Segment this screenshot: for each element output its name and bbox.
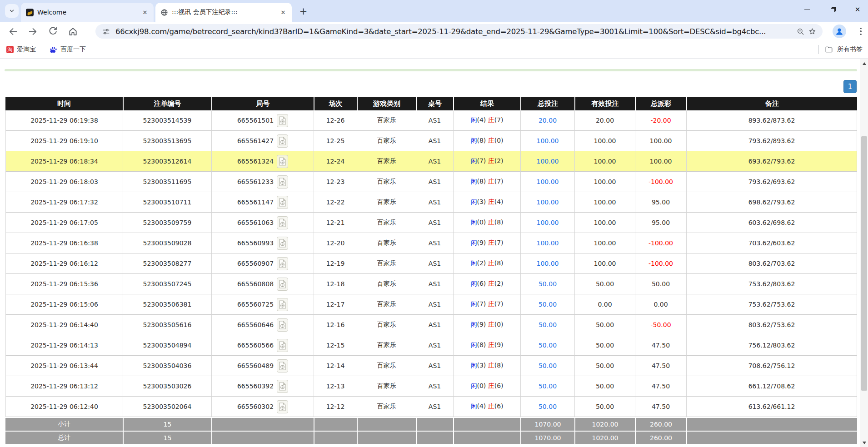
video-replay-button[interactable] (277, 359, 288, 372)
video-replay-button[interactable] (277, 196, 288, 209)
total-bet-cell[interactable]: 100.00 (520, 131, 574, 151)
time-cell: 2025-11-29 06:18:34 (5, 151, 123, 172)
result-cell: 闲(9) 庄(0) (453, 315, 520, 335)
profile-avatar-icon[interactable] (833, 25, 846, 38)
total-bet-cell[interactable]: 100.00 (520, 233, 574, 253)
search-panel-edge (5, 69, 857, 71)
scroll-up-icon[interactable] (860, 60, 868, 67)
total-bet-cell[interactable]: 100.00 (520, 253, 574, 274)
totals-valid-bet: 1020.00 (574, 431, 635, 444)
zoom-out-icon[interactable] (794, 25, 806, 37)
video-replay-button[interactable] (277, 400, 288, 413)
video-replay-button[interactable] (277, 298, 288, 311)
time-cell: 2025-11-29 06:17:05 (5, 213, 123, 233)
result-cell: 闲(0) 庄(6) (453, 376, 520, 397)
total-bet-cell[interactable]: 50.00 (520, 274, 574, 294)
globe-icon (160, 8, 168, 16)
window-restore-button[interactable] (823, 2, 843, 17)
table-row[interactable]: 2025-11-29 06:16:38523003509028665560993… (5, 233, 857, 253)
round-cell: 665561063 (211, 213, 314, 233)
total-bet-cell[interactable]: 100.00 (520, 172, 574, 192)
video-replay-button[interactable] (277, 257, 288, 270)
restore-icon (831, 7, 836, 12)
total-bet-cell[interactable]: 50.00 (520, 315, 574, 335)
all-bookmarks-button[interactable]: 所有书签 (837, 45, 863, 54)
tune-icon[interactable] (100, 25, 112, 37)
window-minimize-button[interactable] (797, 2, 818, 17)
video-replay-button[interactable] (277, 278, 288, 291)
total-bet-cell[interactable]: 50.00 (520, 397, 574, 417)
video-replay-button[interactable] (277, 380, 288, 393)
reload-icon (48, 26, 58, 37)
baidu-paw-icon (50, 46, 57, 53)
table-row[interactable]: 2025-11-29 06:17:05523003509759665561063… (5, 213, 857, 233)
game-type-cell: 百家乐 (357, 151, 416, 172)
home-button[interactable] (65, 24, 81, 39)
game-type-cell: 百家乐 (357, 294, 416, 315)
total-bet-cell[interactable]: 50.00 (520, 356, 574, 376)
table-row[interactable]: 2025-11-29 06:15:36523003507245665560808… (5, 274, 857, 294)
vertical-scrollbar[interactable] (860, 59, 868, 447)
column-header: 总投注 (520, 97, 574, 110)
close-icon[interactable]: ✕ (279, 8, 287, 16)
table-row[interactable]: 2025-11-29 06:14:40523003505616665560646… (5, 315, 857, 335)
tab-search-button[interactable] (5, 4, 19, 18)
time-cell: 2025-11-29 06:13:12 (5, 376, 123, 397)
table-row[interactable]: 2025-11-29 06:18:03523003511695665561233… (5, 172, 857, 192)
table-row[interactable]: 2025-11-29 06:16:12523003508277665560907… (5, 253, 857, 274)
new-tab-button[interactable]: + (297, 5, 309, 17)
url-text[interactable]: 66cxkj98.com/game/betrecord_search/kind3… (115, 27, 794, 36)
scrollbar-thumb[interactable] (861, 136, 867, 391)
total-bet-cell[interactable]: 100.00 (520, 151, 574, 172)
table-row[interactable]: 2025-11-29 06:15:06523003506381665560725… (5, 294, 857, 315)
forward-button[interactable] (25, 24, 41, 39)
banker-result: 庄 (488, 178, 494, 185)
pagination-page-1-button[interactable]: 1 (843, 80, 857, 93)
address-bar[interactable]: 66cxkj98.com/game/betrecord_search/kind3… (95, 24, 823, 39)
player-result: 闲 (470, 280, 477, 287)
bookmark-baidu[interactable]: 百度一下 (50, 45, 86, 54)
bookmark-aitaobao[interactable]: 淘 爱淘宝 (6, 45, 36, 54)
video-replay-button[interactable] (277, 134, 288, 148)
star-icon[interactable] (806, 25, 818, 37)
tab-welcome[interactable]: Welcome ✕ (21, 3, 154, 22)
video-replay-button[interactable] (277, 114, 288, 127)
banker-result: 庄 (488, 321, 494, 328)
total-bet-cell[interactable]: 50.00 (520, 376, 574, 397)
total-bet-cell[interactable]: 50.00 (520, 294, 574, 315)
reload-button[interactable] (45, 24, 61, 39)
round-number: 665561501 (237, 117, 274, 124)
payout-cell: 95.00 (635, 213, 686, 233)
table-row[interactable]: 2025-11-29 06:12:40523003502064665560302… (5, 397, 857, 417)
total-bet-cell[interactable]: 20.00 (520, 110, 574, 131)
video-replay-button[interactable] (277, 216, 288, 229)
table-row[interactable]: 2025-11-29 06:17:32523003510711665561147… (5, 192, 857, 213)
video-replay-button[interactable] (277, 237, 288, 250)
table-row[interactable]: 2025-11-29 06:13:44523003504036665560489… (5, 356, 857, 376)
back-button[interactable] (5, 24, 21, 39)
round-number: 665560907 (237, 260, 274, 267)
menu-dots-icon[interactable] (855, 25, 866, 37)
scroll-down-icon[interactable] (860, 439, 868, 447)
totals-empty-cell (211, 431, 314, 444)
player-result: 闲 (470, 402, 477, 410)
total-bet-cell[interactable]: 50.00 (520, 335, 574, 356)
banker-result: 庄 (488, 259, 494, 267)
table-row[interactable]: 2025-11-29 06:18:34523003512614665561324… (5, 151, 857, 172)
close-icon[interactable]: ✕ (141, 8, 149, 16)
video-replay-button[interactable] (277, 155, 288, 168)
total-bet-cell[interactable]: 100.00 (520, 213, 574, 233)
table-row[interactable]: 2025-11-29 06:14:13523003504894665560566… (5, 335, 857, 356)
window-close-button[interactable]: ✕ (847, 2, 868, 17)
table-row[interactable]: 2025-11-29 06:19:10523003513695665561427… (5, 131, 857, 151)
video-replay-icon (279, 239, 286, 248)
video-replay-button[interactable] (277, 318, 288, 332)
video-replay-button[interactable] (277, 339, 288, 352)
game-type-cell: 百家乐 (357, 213, 416, 233)
table-row[interactable]: 2025-11-29 06:13:12523003503026665560392… (5, 376, 857, 397)
table-row[interactable]: 2025-11-29 06:19:38523003514539665561501… (5, 110, 857, 131)
total-bet-cell[interactable]: 100.00 (520, 192, 574, 213)
video-replay-button[interactable] (277, 175, 288, 189)
minimize-icon (804, 10, 810, 10)
tab-betrecord[interactable]: :::视讯 会员下注纪录::: ✕ (155, 3, 292, 22)
